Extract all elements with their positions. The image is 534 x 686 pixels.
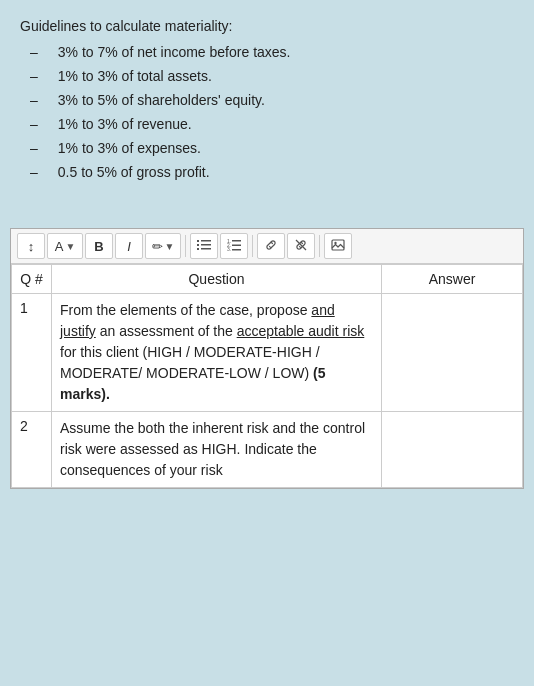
- list-item: – 0.5 to 5% of gross profit.: [20, 164, 514, 180]
- guideline-item-2: 1% to 3% of total assets.: [58, 68, 212, 84]
- toolbar-divider-3: [319, 235, 320, 257]
- svg-rect-3: [201, 244, 211, 246]
- dash-icon: –: [30, 116, 38, 132]
- question-table: Q # Question Answer 1 From the elements …: [11, 264, 523, 488]
- editor-container: ↕ A ▼ B I ✏ ▼: [10, 228, 524, 489]
- guideline-item-5: 1% to 3% of expenses.: [58, 140, 201, 156]
- list-item: – 1% to 3% of revenue.: [20, 116, 514, 132]
- bullet-list-button[interactable]: [190, 233, 218, 259]
- font-arrow-icon: ▼: [65, 241, 75, 252]
- paint-button[interactable]: ✏ ▼: [145, 233, 181, 259]
- list-item: – 1% to 3% of total assets.: [20, 68, 514, 84]
- row2-answer: [382, 412, 523, 488]
- row2-question: Assume the both the inherent risk and th…: [52, 412, 382, 488]
- guideline-item-4: 1% to 3% of revenue.: [58, 116, 192, 132]
- svg-point-14: [334, 241, 336, 243]
- header-qnum: Q #: [12, 265, 52, 294]
- svg-rect-13: [332, 240, 344, 250]
- italic-button[interactable]: I: [115, 233, 143, 259]
- header-answer: Answer: [382, 265, 523, 294]
- unlink-icon: [294, 238, 308, 255]
- table-header-row: Q # Question Answer: [12, 265, 523, 294]
- list-item: – 3% to 5% of shareholders' equity.: [20, 92, 514, 108]
- guidelines-section: Guidelines to calculate materiality: – 3…: [0, 0, 534, 198]
- row1-number: 1: [12, 294, 52, 412]
- guidelines-title: Guidelines to calculate materiality:: [20, 18, 514, 34]
- svg-rect-5: [201, 248, 211, 250]
- bold-marks: (5 marks).: [60, 365, 326, 402]
- row2-number: 2: [12, 412, 52, 488]
- svg-text:3.: 3.: [227, 246, 231, 252]
- toolbar: ↕ A ▼ B I ✏ ▼: [11, 229, 523, 264]
- numbered-list-icon: 1. 2. 3.: [227, 238, 241, 255]
- link-button[interactable]: [257, 233, 285, 259]
- paint-arrow-icon: ▼: [165, 241, 175, 252]
- bullet-list-icon: [197, 238, 211, 255]
- paint-icon: ✏: [152, 239, 163, 254]
- toolbar-divider-1: [185, 235, 186, 257]
- row1-answer: [382, 294, 523, 412]
- numbered-list-button[interactable]: 1. 2. 3.: [220, 233, 248, 259]
- dash-icon: –: [30, 44, 38, 60]
- dash-icon: –: [30, 140, 38, 156]
- image-button[interactable]: [324, 233, 352, 259]
- list-item: – 3% to 7% of net income before taxes.: [20, 44, 514, 60]
- guidelines-list: – 3% to 7% of net income before taxes. –…: [20, 44, 514, 180]
- svg-rect-0: [197, 240, 199, 242]
- svg-rect-7: [232, 240, 241, 242]
- underline-acceptable-audit-risk: acceptable audit risk: [237, 323, 365, 339]
- guideline-item-1: 3% to 7% of net income before taxes.: [58, 44, 291, 60]
- svg-rect-9: [232, 244, 241, 246]
- unlink-button[interactable]: [287, 233, 315, 259]
- dash-icon: –: [30, 68, 38, 84]
- guideline-item-3: 3% to 5% of shareholders' equity.: [58, 92, 265, 108]
- guideline-item-6: 0.5 to 5% of gross profit.: [58, 164, 210, 180]
- svg-rect-11: [232, 249, 241, 251]
- svg-rect-2: [197, 244, 199, 246]
- svg-rect-1: [201, 240, 211, 242]
- image-icon: [331, 238, 345, 255]
- link-icon: [264, 238, 278, 255]
- svg-rect-4: [197, 248, 199, 250]
- dash-icon: –: [30, 92, 38, 108]
- list-item: – 1% to 3% of expenses.: [20, 140, 514, 156]
- font-button[interactable]: A ▼: [47, 233, 83, 259]
- table-row: 2 Assume the both the inherent risk and …: [12, 412, 523, 488]
- toolbar-divider-2: [252, 235, 253, 257]
- row1-question: From the elements of the case, propose a…: [52, 294, 382, 412]
- sort-button[interactable]: ↕: [17, 233, 45, 259]
- bold-button[interactable]: B: [85, 233, 113, 259]
- dash-icon: –: [30, 164, 38, 180]
- font-label: A: [55, 239, 64, 254]
- header-question: Question: [52, 265, 382, 294]
- table-row: 1 From the elements of the case, propose…: [12, 294, 523, 412]
